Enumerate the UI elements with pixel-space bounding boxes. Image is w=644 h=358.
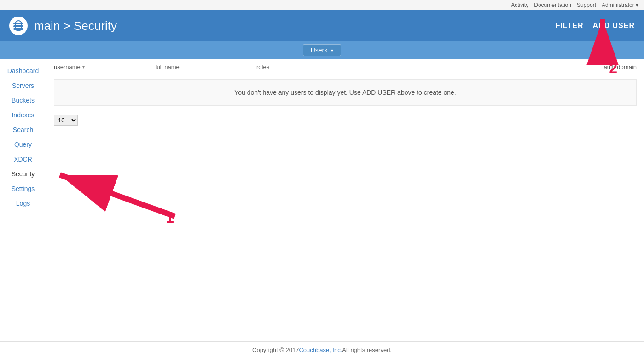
footer-text-after: All rights reserved. [342, 346, 392, 353]
add-user-button[interactable]: ADD USER [592, 22, 635, 30]
users-dropdown-label: Users [311, 46, 328, 54]
sidebar-item-dashboard[interactable]: Dashboard [0, 64, 46, 78]
sidebar-item-search[interactable]: Search [0, 122, 46, 137]
sort-icon: ▾ [82, 64, 85, 69]
chevron-down-icon: ▾ [331, 48, 333, 53]
footer-text-before: Copyright © 2017 [252, 346, 299, 353]
sidebar-item-servers[interactable]: Servers [0, 78, 46, 93]
sidebar-item-xdcr[interactable]: XDCR [0, 152, 46, 167]
support-link[interactable]: Support [577, 2, 596, 8]
filter-button[interactable]: FILTER [556, 22, 584, 30]
sidebar-item-indexes[interactable]: Indexes [0, 108, 46, 122]
footer-link[interactable]: Couchbase, Inc. [299, 346, 342, 353]
col-header-username[interactable]: username ▾ [54, 64, 155, 70]
administrator-dropdown[interactable]: Administrator ▾ [602, 2, 638, 8]
col-header-fullname: full name [155, 64, 256, 70]
col-header-roles: roles [256, 64, 563, 70]
pagination-row: 10 25 50 100 [46, 110, 644, 131]
col-header-authdomain: auth domain [563, 64, 637, 70]
per-page-select[interactable]: 10 25 50 100 [54, 115, 78, 126]
sidebar-item-query[interactable]: Query [0, 137, 46, 152]
sidebar-item-logs[interactable]: Logs [0, 196, 46, 211]
table-header: username ▾ full name roles auth domain [46, 59, 644, 75]
logo-icon [12, 20, 24, 32]
empty-state-message: You don't have any users to display yet.… [54, 79, 637, 106]
footer: Copyright © 2017 Couchbase, Inc. All rig… [0, 341, 644, 358]
activity-link[interactable]: Activity [511, 2, 528, 8]
main-header: main > Security FILTER ADD USER [0, 10, 644, 41]
sidebar-item-settings[interactable]: Settings [0, 181, 46, 196]
breadcrumb-title: main > Security [34, 19, 556, 33]
users-dropdown[interactable]: Users ▾ [303, 44, 342, 56]
header-actions: FILTER ADD USER [556, 22, 635, 30]
utility-bar: Activity Documentation Support Administr… [0, 0, 644, 10]
sidebar-item-security[interactable]: Security [0, 167, 46, 181]
sidebar-item-buckets[interactable]: Buckets [0, 93, 46, 108]
logo [9, 17, 28, 35]
sub-nav: Users ▾ [0, 41, 644, 59]
documentation-link[interactable]: Documentation [534, 2, 571, 8]
main-content: username ▾ full name roles auth domain Y… [46, 59, 644, 341]
layout: Dashboard Servers Buckets Indexes Search… [0, 59, 644, 341]
sidebar: Dashboard Servers Buckets Indexes Search… [0, 59, 46, 341]
